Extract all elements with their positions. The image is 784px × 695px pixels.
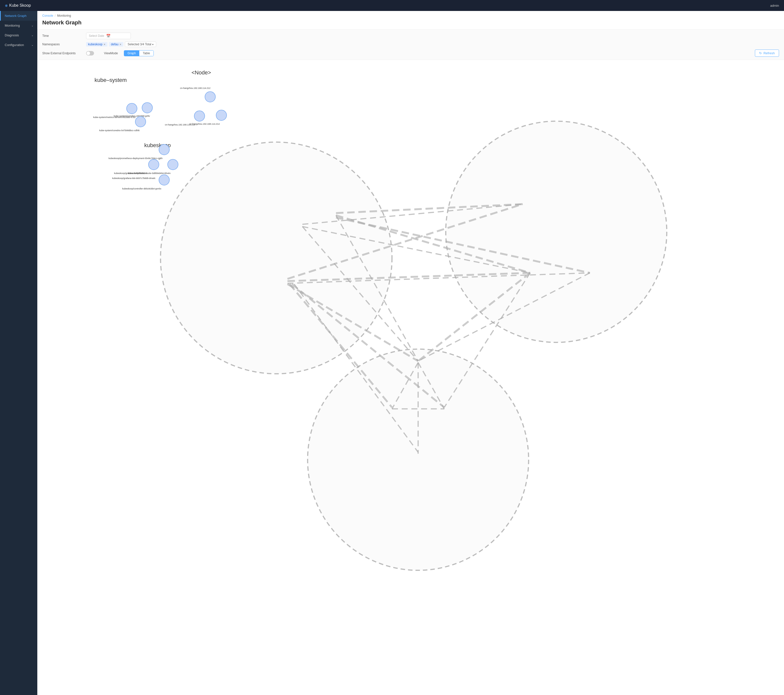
svg-point-0 <box>160 142 392 374</box>
namespaces-label: Namespaces <box>42 43 82 46</box>
ns-tag-text: defau <box>111 43 119 46</box>
table-view-button[interactable]: Table <box>139 51 153 56</box>
svg-line-18 <box>418 273 530 361</box>
logo-icon: ⎈ <box>5 3 8 8</box>
svg-point-2 <box>308 349 529 570</box>
logo-text: Kube Skoop <box>9 3 31 8</box>
svg-line-14 <box>294 284 418 452</box>
node-n4[interactable] <box>205 91 216 102</box>
node-label-n4: cn-hangzhou.192.168.114.212 <box>180 87 211 89</box>
svg-line-12 <box>290 284 392 407</box>
ns-tag-text: kubeskoop <box>88 43 102 46</box>
svg-line-7 <box>303 226 530 273</box>
show-external-toggle[interactable] <box>86 51 94 56</box>
sidebar-item-label: Network Graph <box>5 14 26 18</box>
chevron-down-icon: ⌄ <box>31 24 33 27</box>
group-label-kube-system: kube–system <box>94 77 127 83</box>
ns-tag-default: defau ✕ <box>109 42 124 46</box>
node-n5[interactable] <box>194 111 205 122</box>
graph-edges-svg: .edge { stroke: #aaa; stroke-width: 1.5;… <box>37 60 784 695</box>
node-label-n6: cn-hangzhou.192.168.114.214 <box>189 123 220 125</box>
node-n6[interactable] <box>216 110 227 121</box>
graph-view-button[interactable]: Graph <box>124 51 139 56</box>
toggle-knob <box>87 51 90 55</box>
chevron-down-icon: ⌄ <box>31 34 33 36</box>
filter-bar: Time Select Date 📅 Namespaces kubeskoop … <box>37 30 784 60</box>
ns-tag-remove[interactable]: ✕ <box>119 43 121 46</box>
namespace-filter-row: Namespaces kubeskoop ✕ defau ✕ Selected … <box>42 41 779 47</box>
node-n1[interactable] <box>126 103 137 114</box>
namespace-select-button[interactable]: Selected 3/4 Total ▾ <box>125 41 156 47</box>
sidebar-item-monitoring[interactable]: Monitoring ⌄ <box>0 21 37 30</box>
calendar-icon: 📅 <box>106 34 110 38</box>
node-n9[interactable] <box>167 159 178 170</box>
refresh-button[interactable]: ↻ Refresh <box>755 50 779 57</box>
svg-line-16 <box>303 226 418 361</box>
group-label-node: <Node> <box>191 69 211 76</box>
node-n10[interactable] <box>159 175 170 185</box>
user-label: admin <box>770 4 779 7</box>
time-filter-row: Time Select Date 📅 <box>42 33 779 39</box>
viewmode-group: Graph Table <box>124 50 154 56</box>
node-n8[interactable] <box>148 159 159 170</box>
node-n3[interactable] <box>135 116 146 127</box>
chevron-down-icon: ⌄ <box>31 44 33 46</box>
sidebar-item-network-graph[interactable]: Network Graph <box>0 11 37 21</box>
breadcrumb-current: Monitoring <box>57 14 71 17</box>
breadcrumb: Console / Monitoring <box>37 11 784 18</box>
show-external-label: Show External Endpoints <box>42 51 82 55</box>
namespace-tags: kubeskoop ✕ defau ✕ Selected 3/4 Total ▾ <box>86 41 156 47</box>
svg-line-10 <box>288 273 590 283</box>
node-n7[interactable] <box>159 144 170 155</box>
svg-line-9 <box>288 273 530 281</box>
page-title: Network Graph <box>37 18 784 30</box>
svg-line-6 <box>303 204 523 224</box>
app-logo: ⎈ Kube Skoop <box>5 3 31 8</box>
ns-tag-remove[interactable]: ✕ <box>104 43 105 46</box>
svg-line-5 <box>336 218 590 273</box>
svg-line-15 <box>336 215 418 361</box>
node-label-n3: kube-system/coredns-547b98dbcc-cdhl6 <box>99 129 140 132</box>
breadcrumb-console[interactable]: Console <box>42 14 53 17</box>
sidebar-item-label: Diagnosis <box>5 33 19 37</box>
ns-tag-kubeskoop: kubeskoop ✕ <box>86 42 107 46</box>
svg-line-17 <box>444 273 530 407</box>
date-picker[interactable]: Select Date 📅 <box>86 33 131 39</box>
graph-area: .edge { stroke: #aaa; stroke-width: 1.5;… <box>37 60 784 695</box>
date-placeholder: Select Date <box>89 34 104 38</box>
node-n2[interactable] <box>142 102 153 113</box>
svg-line-19 <box>418 273 590 361</box>
time-label: Time <box>42 34 82 38</box>
svg-line-11 <box>288 284 418 361</box>
node-label-loki: kubeskoop/grafana-loki-6697c7b8d9-dmwlc <box>112 177 155 180</box>
sidebar-item-label: Configuration <box>5 43 24 47</box>
node-label-n2: kube-system/coredns-c492ddd-g28v <box>114 115 150 117</box>
sidebar: Network Graph Monitoring ⌄ Diagnosis ⌄ C… <box>0 11 37 695</box>
sidebar-item-diagnosis[interactable]: Diagnosis ⌄ <box>0 30 37 40</box>
refresh-icon: ↻ <box>759 51 762 55</box>
node-label-n10: kubeskoop/controller-d65c8cbb4-gvn5x <box>122 187 161 190</box>
svg-line-8 <box>288 204 523 279</box>
svg-line-21 <box>418 362 444 409</box>
breadcrumb-sep: / <box>55 14 56 17</box>
viewmode-row: Show External Endpoints ViewMode Graph T… <box>42 50 779 57</box>
svg-line-13 <box>292 284 444 407</box>
chevron-down-icon: ▾ <box>152 43 153 46</box>
svg-line-20 <box>392 362 418 409</box>
sidebar-item-label: Monitoring <box>5 24 20 27</box>
svg-line-4 <box>336 215 530 273</box>
svg-point-1 <box>446 121 667 343</box>
node-label-n9: kubeskoop/webconsole-5d8fd4d494-kfn4m <box>128 172 171 175</box>
refresh-label: Refresh <box>763 51 775 55</box>
sidebar-item-configuration[interactable]: Configuration ⌄ <box>0 40 37 50</box>
viewmode-label: ViewMode <box>104 51 118 55</box>
svg-line-3 <box>336 204 523 213</box>
ns-summary: Selected 3/4 Total <box>128 43 151 46</box>
main-content: Console / Monitoring Network Graph Time … <box>37 11 784 695</box>
